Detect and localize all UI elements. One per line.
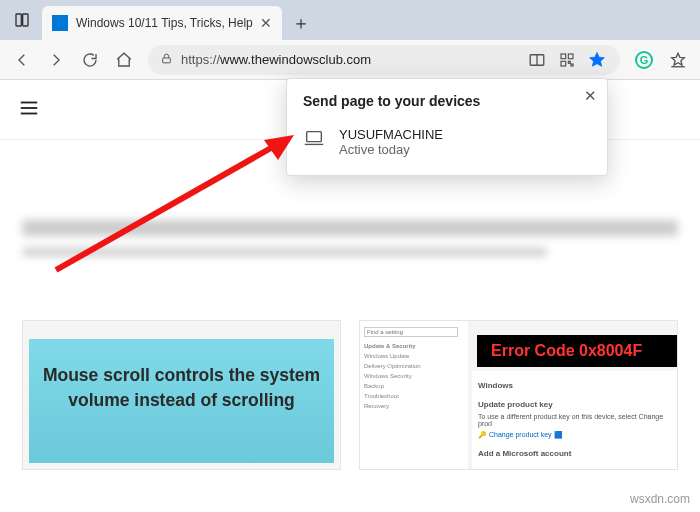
lock-icon (160, 52, 173, 68)
svg-rect-14 (307, 132, 322, 142)
home-button[interactable] (108, 44, 140, 76)
article-card-mouse-scroll[interactable]: Mouse scroll controls the system volume … (22, 320, 341, 470)
blurred-ad-banner (22, 220, 678, 290)
tab-close-button[interactable]: ✕ (260, 15, 272, 31)
laptop-icon (303, 127, 325, 153)
favorite-star-icon[interactable] (586, 49, 608, 71)
tab-title: Windows 10/11 Tips, Tricks, Help (76, 16, 254, 30)
svg-rect-2 (163, 57, 171, 62)
article-card-error-code[interactable]: Update & Security Windows Update Deliver… (359, 320, 678, 470)
grammarly-extension-icon[interactable]: G (628, 44, 660, 76)
qr-code-icon[interactable] (556, 49, 578, 71)
card-title: Mouse scroll controls the system volume … (37, 363, 326, 412)
error-code-banner: Error Code 0x8004F (477, 335, 677, 367)
tab-manager-button[interactable] (6, 4, 38, 36)
popup-close-button[interactable]: ✕ (584, 87, 597, 105)
popup-title: Send page to your devices (303, 93, 591, 109)
new-tab-button[interactable]: ＋ (286, 8, 316, 38)
svg-rect-9 (571, 64, 573, 66)
favorites-bar-icon[interactable] (662, 44, 694, 76)
settings-sidebar-thumb: Update & Security Windows Update Deliver… (360, 321, 468, 469)
svg-rect-8 (568, 61, 570, 63)
forward-button[interactable] (40, 44, 72, 76)
settings-main-thumb: Windows Update product key To use a diff… (472, 371, 677, 469)
address-bar[interactable]: https://www.thewindowsclub.com (148, 45, 620, 75)
hamburger-menu-icon[interactable] (18, 97, 40, 123)
svg-rect-6 (568, 54, 573, 59)
svg-rect-7 (561, 61, 566, 66)
watermark: wsxdn.com (630, 492, 690, 506)
back-button[interactable] (6, 44, 38, 76)
send-to-devices-popup: ✕ Send page to your devices YUSUFMACHINE… (286, 78, 608, 176)
settings-search-thumb (364, 327, 458, 337)
favicon-icon (52, 15, 68, 31)
device-status: Active today (339, 142, 443, 157)
url-text: https://www.thewindowsclub.com (181, 52, 371, 67)
device-item[interactable]: YUSUFMACHINE Active today (303, 123, 591, 161)
svg-rect-5 (561, 54, 566, 59)
device-name: YUSUFMACHINE (339, 127, 443, 142)
reader-mode-icon[interactable] (526, 49, 548, 71)
svg-rect-0 (16, 14, 21, 26)
browser-tab[interactable]: Windows 10/11 Tips, Tricks, Help ✕ (42, 6, 282, 40)
svg-rect-1 (23, 14, 28, 26)
reload-button[interactable] (74, 44, 106, 76)
